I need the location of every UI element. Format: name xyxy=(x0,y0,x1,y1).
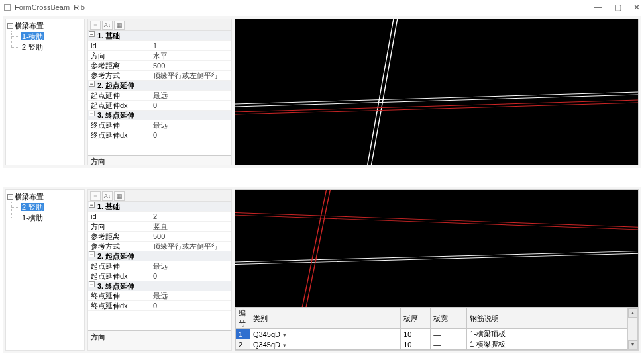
app-icon xyxy=(4,4,11,11)
collapse-icon[interactable]: − xyxy=(89,31,95,37)
prop-row[interactable]: 方向水平 xyxy=(88,51,231,61)
prop-row[interactable]: 终点延伸最远 xyxy=(88,120,231,130)
close-button[interactable]: ✕ xyxy=(633,3,640,12)
propgrid-toolbar: ≡ A↓ ▦ xyxy=(88,19,231,31)
cell-width[interactable]: — xyxy=(431,329,467,339)
col-thickness[interactable]: 板厚 xyxy=(401,308,431,329)
cell-rebar[interactable]: 1-横梁顶板 xyxy=(467,329,627,339)
cell-thickness[interactable]: 10 xyxy=(401,339,431,350)
col-category[interactable]: 类别 xyxy=(250,308,401,329)
svg-line-6 xyxy=(235,251,638,262)
tree-item-2-vertical[interactable]: 2-竖肋 xyxy=(15,42,83,52)
collapse-icon[interactable]: − xyxy=(89,202,95,208)
svg-line-9 xyxy=(235,215,638,230)
cell-width[interactable]: — xyxy=(431,339,467,350)
cad-viewport: 编号 类别 板厚 板宽 钢筋说明 1 Q345qD▾ 10 — 1-横梁顶板 2… xyxy=(235,189,639,351)
prop-row[interactable]: 终点延伸dx0 xyxy=(88,301,231,311)
prop-row[interactable]: 终点延伸最远 xyxy=(88,291,231,301)
table-header-row: 编号 类别 板厚 板宽 钢筋说明 xyxy=(236,308,627,329)
propgrid-pages-button[interactable]: ▦ xyxy=(114,191,125,201)
propgrid-toolbar: ≡ A↓ ▦ xyxy=(88,190,231,202)
svg-line-11 xyxy=(306,190,330,307)
tree-item-1-horizontal[interactable]: 1-横肋 xyxy=(15,212,83,223)
sort-category-button[interactable]: ≡ xyxy=(90,21,101,30)
propgrid-pages-button[interactable]: ▦ xyxy=(114,21,125,30)
svg-line-10 xyxy=(302,190,326,307)
prop-row[interactable]: 起点延伸dx0 xyxy=(88,101,231,111)
prop-row[interactable]: 参考方式顶缘平行或左侧平行 xyxy=(88,71,231,81)
panel-vertical-rib: − 横梁布置 2-竖肋 1-横肋 ≡ A↓ ▦ − 1. 基础 id2 方向竖直… xyxy=(3,187,641,353)
svg-line-2 xyxy=(368,19,394,165)
scroll-up-icon[interactable]: ▴ xyxy=(628,308,637,318)
tree-root-label: 横梁布置 xyxy=(15,192,44,202)
prop-category-1[interactable]: − 1. 基础 xyxy=(88,202,231,212)
prop-row[interactable]: 起点延伸最远 xyxy=(88,261,231,271)
prop-row[interactable]: 参考方式顶缘平行或左侧平行 xyxy=(88,242,231,251)
row-number[interactable]: 1 xyxy=(236,329,250,339)
cad-canvas[interactable] xyxy=(235,19,638,165)
svg-line-3 xyxy=(372,19,398,165)
tree-root[interactable]: − 横梁布置 xyxy=(7,192,83,202)
tree-item-1-horizontal[interactable]: 1-横肋 xyxy=(15,31,83,42)
svg-line-1 xyxy=(235,95,638,107)
collapse-icon[interactable]: − xyxy=(89,251,95,257)
cell-rebar[interactable]: 1-横梁腹板 xyxy=(467,339,627,350)
col-rebar[interactable]: 钢筋说明 xyxy=(467,308,627,329)
window-title: FormCrossBeam_Rib xyxy=(15,3,85,11)
propgrid-description: 方向 xyxy=(88,155,231,165)
prop-row[interactable]: 参考距离500 xyxy=(88,61,231,71)
tree-pane: − 横梁布置 2-竖肋 1-横肋 xyxy=(5,189,85,351)
tree-root[interactable]: − 横梁布置 xyxy=(7,21,83,31)
property-grid: ≡ A↓ ▦ − 1. 基础 id2 方向竖直 参考距离500 参考方式顶缘平行… xyxy=(87,189,232,351)
tree-collapse-icon[interactable]: − xyxy=(7,23,13,29)
collapse-icon[interactable]: − xyxy=(89,111,95,116)
svg-line-7 xyxy=(235,253,638,264)
prop-category-2[interactable]: − 2. 起点延伸 xyxy=(88,251,231,261)
maximize-button[interactable]: ▢ xyxy=(614,3,621,12)
propgrid-description: 方向 xyxy=(88,330,231,350)
sort-category-button[interactable]: ≡ xyxy=(90,191,101,201)
row-number[interactable]: 2 xyxy=(236,339,250,350)
sort-alpha-button[interactable]: A↓ xyxy=(102,21,113,30)
cad-canvas[interactable] xyxy=(235,190,638,307)
tree-root-label: 横梁布置 xyxy=(15,21,44,31)
collapse-icon[interactable]: − xyxy=(89,81,95,87)
panel-horizontal-rib: − 横梁布置 1-横肋 2-竖肋 ≡ A↓ ▦ − 1. 基础 id1 方向水平… xyxy=(3,16,641,168)
minimize-button[interactable]: — xyxy=(594,3,602,12)
tree-item-2-vertical[interactable]: 2-竖肋 xyxy=(15,202,83,212)
prop-row[interactable]: id2 xyxy=(88,212,231,222)
property-grid: ≡ A↓ ▦ − 1. 基础 id1 方向水平 参考距离500 参考方式顶缘平行… xyxy=(87,19,232,165)
tree-pane: − 横梁布置 1-横肋 2-竖肋 xyxy=(5,19,85,165)
prop-category-2[interactable]: − 2. 起点延伸 xyxy=(88,81,231,91)
col-num[interactable]: 编号 xyxy=(236,308,250,329)
table-row[interactable]: 1 Q345qD▾ 10 — 1-横梁顶板 xyxy=(236,329,627,339)
title-bar: FormCrossBeam_Rib — ▢ ✕ xyxy=(0,0,644,15)
plate-table: 编号 类别 板厚 板宽 钢筋说明 1 Q345qD▾ 10 — 1-横梁顶板 2… xyxy=(235,307,638,350)
svg-line-5 xyxy=(235,103,638,114)
table-row[interactable]: 2 Q345qD▾ 10 — 1-横梁腹板 xyxy=(236,339,627,350)
cad-viewport[interactable] xyxy=(235,19,639,165)
cell-thickness[interactable]: 10 xyxy=(401,329,431,339)
prop-row[interactable]: 起点延伸dx0 xyxy=(88,271,231,281)
prop-row[interactable]: 方向竖直 xyxy=(88,222,231,232)
tree-collapse-icon[interactable]: − xyxy=(7,194,13,200)
prop-row[interactable]: id1 xyxy=(88,41,231,51)
svg-line-4 xyxy=(235,100,638,112)
prop-row[interactable]: 起点延伸最远 xyxy=(88,91,231,101)
prop-category-3[interactable]: − 3. 终点延伸 xyxy=(88,111,231,120)
cell-category[interactable]: Q345qD▾ xyxy=(250,329,401,339)
prop-row[interactable]: 参考距离500 xyxy=(88,232,231,242)
collapse-icon[interactable]: − xyxy=(89,281,95,287)
col-width[interactable]: 板宽 xyxy=(431,308,467,329)
vertical-scrollbar[interactable]: ▴ ▾ xyxy=(627,308,638,350)
prop-row[interactable]: 终点延伸dx0 xyxy=(88,130,231,140)
scroll-down-icon[interactable]: ▾ xyxy=(628,340,637,349)
prop-category-3[interactable]: − 3. 终点延伸 xyxy=(88,281,231,291)
cell-category[interactable]: Q345qD▾ xyxy=(250,339,401,350)
svg-line-8 xyxy=(235,212,638,227)
svg-line-0 xyxy=(235,92,638,104)
prop-category-1[interactable]: − 1. 基础 xyxy=(88,31,231,41)
dropdown-icon[interactable]: ▾ xyxy=(280,342,286,349)
dropdown-icon[interactable]: ▾ xyxy=(280,332,286,338)
sort-alpha-button[interactable]: A↓ xyxy=(102,191,113,201)
